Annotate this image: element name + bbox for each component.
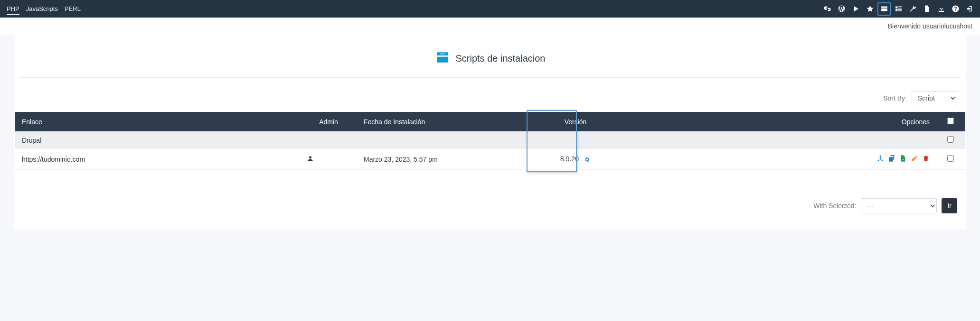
edit-icon[interactable] [911, 155, 918, 162]
row-admin[interactable] [300, 149, 357, 170]
table-row: https://tudominio.com Marzo 23, 2023, 5:… [15, 149, 965, 170]
th-admin[interactable]: Admin [300, 112, 357, 131]
play-icon[interactable] [849, 2, 862, 16]
file-icon[interactable] [920, 2, 933, 16]
refresh-icon[interactable] [584, 156, 591, 163]
top-navbar: PHP JavaScripts PERL [0, 0, 980, 18]
backup-icon[interactable] [899, 155, 907, 162]
tab-php[interactable]: PHP [7, 5, 19, 15]
installations-table: Enlace Admin Fecha de Instalación Versió… [15, 112, 965, 170]
row-link[interactable]: https://tudominio.com [15, 149, 300, 170]
th-checkbox [936, 112, 965, 131]
group-checkbox-cell [936, 131, 965, 149]
cpanel-icon[interactable] [820, 2, 834, 16]
row-checkbox[interactable] [947, 155, 954, 162]
main-panel: Scripts de instalacion Sort By: Script E… [14, 35, 966, 229]
wordpress-icon[interactable] [835, 2, 848, 16]
page-header: Scripts de instalacion [19, 46, 961, 78]
group-checkbox[interactable] [947, 136, 954, 143]
list-icon[interactable] [892, 2, 905, 16]
star-icon[interactable] [863, 2, 876, 16]
wrench-icon[interactable] [906, 2, 919, 16]
th-link[interactable]: Enlace [15, 112, 300, 131]
welcome-bar: Bienvenido usuariolucushost [0, 18, 980, 35]
installations-page-icon [435, 50, 450, 67]
row-date: Marzo 23, 2023, 5:57 pm [357, 149, 528, 170]
delete-icon[interactable] [922, 155, 930, 162]
page-title: Scripts de instalacion [456, 53, 546, 64]
user-icon [307, 155, 314, 162]
sort-select[interactable]: Script [912, 91, 957, 105]
welcome-text: Bienvenido usuariolucushost [888, 22, 972, 30]
sort-row: Sort By: Script [14, 78, 966, 112]
select-all-checkbox[interactable] [947, 118, 954, 124]
row-options [623, 149, 936, 170]
th-options: Opciones [623, 112, 936, 131]
group-name: Drupal [15, 131, 936, 149]
sort-label: Sort By: [883, 94, 907, 102]
tab-javascripts[interactable]: JavaScripts [26, 5, 58, 12]
th-date[interactable]: Fecha de Instalación [357, 112, 528, 131]
download-icon[interactable] [934, 2, 948, 16]
installations-icon[interactable] [877, 2, 891, 16]
logout-icon[interactable] [963, 2, 976, 16]
with-selected-row: With Selected: --- Ir [14, 170, 966, 213]
tab-perl[interactable]: PERL [65, 5, 81, 12]
with-selected-label: With Selected: [813, 202, 856, 210]
th-version[interactable]: Versión [528, 112, 623, 131]
top-actions [820, 2, 976, 16]
sitemap-icon[interactable] [876, 155, 884, 162]
clone-icon[interactable] [888, 155, 895, 162]
go-button[interactable]: Ir [942, 198, 957, 213]
with-selected-select[interactable]: --- [861, 198, 937, 213]
row-version: 8.9.20 [560, 155, 579, 163]
top-tabs: PHP JavaScripts PERL [7, 5, 81, 12]
help-icon[interactable] [949, 2, 962, 16]
